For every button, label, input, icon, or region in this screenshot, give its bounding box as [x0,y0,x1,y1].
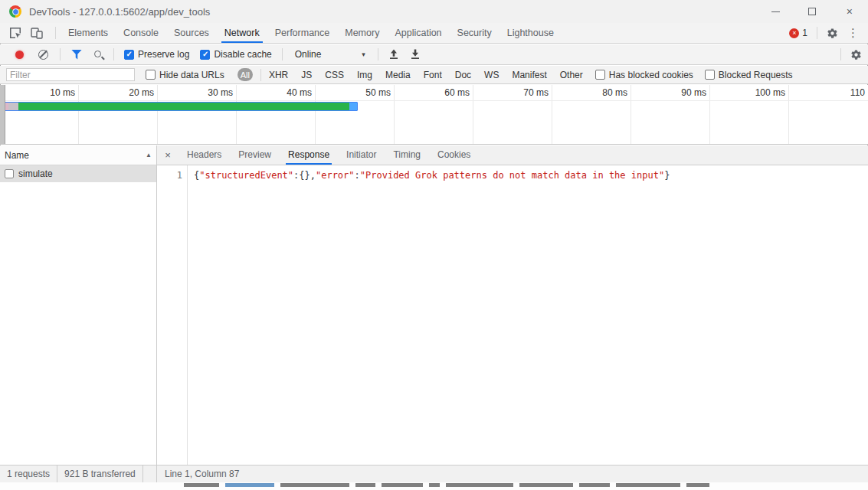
export-har-icon[interactable] [410,49,421,60]
preserve-log-label: Preserve log [138,49,189,60]
tab-application[interactable]: Application [387,23,449,43]
requests-panel: Name ▲ simulate [0,145,157,465]
clear-icon[interactable] [38,50,48,60]
blocked-requests-checkbox-box [705,70,715,80]
throttling-select[interactable]: Online ▾ [290,49,370,60]
disable-cache-label: Disable cache [214,49,271,60]
filter-type-other[interactable]: Other [560,70,583,80]
filter-funnel-icon[interactable] [71,50,82,60]
overview-drag-handle[interactable] [0,85,5,144]
blocked-requests-label: Blocked Requests [719,70,793,80]
request-row-list: simulate [0,165,156,182]
detail-tab-list: HeadersPreviewResponseInitiatorTimingCoo… [179,145,479,165]
error-icon: × [789,28,799,38]
has-blocked-cookies-label: Has blocked cookies [609,70,693,80]
detail-tab-initiator[interactable]: Initiator [338,145,385,165]
chevron-down-icon: ▾ [362,51,365,58]
cursor-position: Line 1, Column 87 [165,469,239,479]
kebab-menu-icon[interactable]: ⋮ [843,26,863,40]
request-waterfall-bar[interactable] [5,102,358,111]
search-icon[interactable] [94,51,101,57]
has-blocked-cookies-checkbox-box [595,70,605,80]
error-count: 1 [802,28,807,38]
hide-data-urls-checkbox-box [146,70,156,80]
has-blocked-cookies-checkbox[interactable]: Has blocked cookies [595,70,693,80]
timeline-tick: 50 ms [316,85,395,144]
filter-type-ws[interactable]: WS [484,70,499,80]
device-toolbar-icon[interactable] [31,27,43,39]
filter-input[interactable] [6,68,135,81]
detail-tab-response[interactable]: Response [280,145,338,165]
request-detail-pane: × HeadersPreviewResponseInitiatorTimingC… [157,145,868,465]
detail-tab-timing[interactable]: Timing [385,145,429,165]
filter-type-xhr[interactable]: XHR [269,70,288,80]
transferred-size: 921 B transferred [57,466,143,482]
requests-summary-bar: 1 requests 921 B transferred [0,465,157,482]
request-row-simulate[interactable]: simulate [0,165,156,182]
filter-type-img[interactable]: Img [357,70,372,80]
record-icon[interactable] [15,51,24,59]
filter-type-media[interactable]: Media [385,70,411,80]
detail-close-icon[interactable]: × [157,149,179,161]
clipped-page-text [0,482,868,490]
timeline-tick: 20 ms [79,85,158,144]
devtools-tab-bar: ElementsConsoleSourcesNetworkPerformance… [0,23,868,44]
timeline-ruler: 10 ms20 ms30 ms40 ms50 ms60 ms70 ms80 ms… [0,85,868,144]
timeline-tick: 10 ms [0,85,79,144]
disable-cache-checkbox[interactable]: Disable cache [200,49,271,60]
timeline-tick: 70 ms [473,85,552,144]
settings-gear-icon[interactable] [827,28,838,39]
request-name: simulate [18,168,53,179]
response-editor[interactable]: 1 {"structuredEvent":{},"error":"Provide… [157,165,868,465]
network-settings-gear-icon[interactable] [850,49,862,60]
tab-console[interactable]: Console [116,23,166,43]
filter-type-js[interactable]: JS [301,70,312,80]
filter-type-font[interactable]: Font [424,70,442,80]
filter-type-manifest[interactable]: Manifest [512,70,546,80]
filter-type-doc[interactable]: Doc [455,70,471,80]
tab-lighthouse[interactable]: Lighthouse [500,23,562,43]
detail-tab-preview[interactable]: Preview [230,145,280,165]
line-number: 1 [157,169,187,181]
preserve-log-checkbox[interactable]: Preserve log [124,49,189,60]
import-har-icon[interactable] [388,49,399,60]
close-icon[interactable]: × [838,0,861,23]
network-main-area: Name ▲ simulate × HeadersPreviewResponse… [0,145,868,465]
ruler-divider [0,100,868,101]
window-controls: × [757,0,868,23]
error-count-badge[interactable]: × 1 [789,28,807,38]
window-title-bar: DevTools - 127.0.0.1:5602/app/dev_tools … [0,0,868,23]
tab-network[interactable]: Network [217,23,267,43]
name-header-label: Name [5,150,29,161]
filter-type-list: XHRJSCSSImgMediaFontDocWSManifestOther [269,70,583,80]
timeline-tick: 90 ms [631,85,710,144]
name-column-header[interactable]: Name ▲ [0,145,156,165]
tab-memory[interactable]: Memory [337,23,387,43]
timeline-tick: 60 ms [395,85,473,144]
timeline-tick: 110 [789,85,868,144]
throttling-value: Online [295,49,322,60]
network-filter-bar: Hide data URLs All XHRJSCSSImgMediaFontD… [0,66,868,84]
timeline-tick: 30 ms [158,85,237,144]
detail-tab-cookies[interactable]: Cookies [429,145,479,165]
filter-type-css[interactable]: CSS [325,70,344,80]
tab-sources[interactable]: Sources [166,23,217,43]
hide-data-urls-checkbox[interactable]: Hide data URLs [146,70,224,80]
tab-elements[interactable]: Elements [61,23,116,43]
request-row-checkbox[interactable] [5,169,14,178]
network-overview-timeline[interactable]: 10 ms20 ms30 ms40 ms50 ms60 ms70 ms80 ms… [0,85,868,145]
disable-cache-checkbox-box [200,50,210,60]
inspect-element-icon[interactable] [9,27,21,39]
chrome-logo-icon [9,5,21,18]
maximize-icon[interactable] [801,0,824,23]
status-bar: 1 requests 921 B transferred Line 1, Col… [0,465,868,482]
tab-performance[interactable]: Performance [267,23,338,43]
minimize-icon[interactable] [764,0,787,23]
timeline-tick: 100 ms [710,85,789,144]
blocked-requests-checkbox[interactable]: Blocked Requests [705,70,793,80]
code-line: {"structuredEvent":{},"error":"Provided … [194,169,670,181]
detail-tab-headers[interactable]: Headers [179,145,230,165]
filter-type-all[interactable]: All [237,68,253,81]
tab-security[interactable]: Security [450,23,500,43]
requests-count: 1 requests [0,466,57,482]
